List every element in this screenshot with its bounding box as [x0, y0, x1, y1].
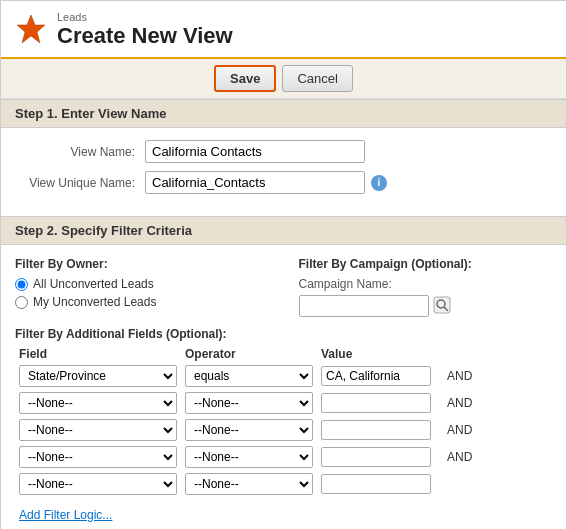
breadcrumb: Leads — [57, 11, 233, 23]
fields-row-3: --None-- --None-- AND — [15, 446, 552, 468]
filter-top-row: Filter By Owner: All Unconverted Leads M… — [15, 257, 552, 317]
col-field-header: Field — [19, 347, 179, 361]
radio-my-label: My Unconverted Leads — [33, 295, 156, 309]
radio-all-row: All Unconverted Leads — [15, 277, 269, 291]
info-icon[interactable]: i — [371, 175, 387, 191]
field-select-2[interactable]: --None-- — [19, 419, 177, 441]
campaign-input-row — [299, 295, 553, 317]
campaign-name-input[interactable] — [299, 295, 429, 317]
header: Leads Create New View — [1, 1, 566, 59]
field-select-4[interactable]: --None-- — [19, 473, 177, 495]
and-label-3: AND — [447, 450, 477, 464]
additional-fields-title: Filter By Additional Fields (Optional): — [15, 327, 552, 341]
operator-select-3[interactable]: --None-- — [185, 446, 313, 468]
field-select-0[interactable]: State/Province --None-- — [19, 365, 177, 387]
filter-campaign-title: Filter By Campaign (Optional): — [299, 257, 553, 271]
step2-body: Filter By Owner: All Unconverted Leads M… — [1, 245, 566, 529]
campaign-lookup-button[interactable] — [433, 296, 451, 317]
and-label-0: AND — [447, 369, 477, 383]
fields-row-4: --None-- --None-- — [15, 473, 552, 495]
view-name-input[interactable] — [145, 140, 365, 163]
field-select-3[interactable]: --None-- — [19, 446, 177, 468]
operator-select-4[interactable]: --None-- — [185, 473, 313, 495]
fields-row-2: --None-- --None-- AND — [15, 419, 552, 441]
value-input-2[interactable] — [321, 420, 431, 440]
svg-marker-0 — [17, 15, 45, 43]
page-title: Create New View — [57, 23, 233, 49]
value-input-3[interactable] — [321, 447, 431, 467]
step1-section-header: Step 1. Enter View Name — [1, 99, 566, 128]
value-input-0[interactable] — [321, 366, 431, 386]
fields-row-1: --None-- --None-- AND — [15, 392, 552, 414]
step2-section-header: Step 2. Specify Filter Criteria — [1, 216, 566, 245]
radio-my-unconverted[interactable] — [15, 296, 28, 309]
view-name-label: View Name: — [15, 145, 145, 159]
radio-all-unconverted[interactable] — [15, 278, 28, 291]
toolbar: Save Cancel — [1, 59, 566, 99]
operator-select-1[interactable]: --None-- — [185, 392, 313, 414]
fields-row-0: State/Province --None-- equals --None-- … — [15, 365, 552, 387]
operator-select-0[interactable]: equals --None-- — [185, 365, 313, 387]
campaign-name-label: Campaign Name: — [299, 277, 553, 291]
view-unique-row: View Unique Name: i — [15, 171, 552, 194]
filter-campaign: Filter By Campaign (Optional): Campaign … — [299, 257, 553, 317]
col-value-header: Value — [321, 347, 441, 361]
radio-all-label: All Unconverted Leads — [33, 277, 154, 291]
operator-select-2[interactable]: --None-- — [185, 419, 313, 441]
value-input-1[interactable] — [321, 393, 431, 413]
and-label-1: AND — [447, 396, 477, 410]
header-text: Leads Create New View — [57, 11, 233, 49]
filter-owner-title: Filter By Owner: — [15, 257, 269, 271]
view-name-row: View Name: — [15, 140, 552, 163]
col-operator-header: Operator — [185, 347, 315, 361]
filter-owner: Filter By Owner: All Unconverted Leads M… — [15, 257, 269, 317]
fields-table-header: Field Operator Value — [15, 347, 552, 361]
radio-my-row: My Unconverted Leads — [15, 295, 269, 309]
field-select-1[interactable]: --None-- — [19, 392, 177, 414]
value-input-4[interactable] — [321, 474, 431, 494]
leads-logo — [15, 13, 47, 48]
save-button[interactable]: Save — [214, 65, 276, 92]
step1-body: View Name: View Unique Name: i — [1, 128, 566, 216]
and-label-2: AND — [447, 423, 477, 437]
page-wrapper: Leads Create New View Save Cancel Step 1… — [0, 0, 567, 529]
view-unique-input[interactable] — [145, 171, 365, 194]
view-unique-label: View Unique Name: — [15, 176, 145, 190]
cancel-button[interactable]: Cancel — [282, 65, 352, 92]
add-filter-logic-link[interactable]: Add Filter Logic... — [15, 500, 116, 526]
